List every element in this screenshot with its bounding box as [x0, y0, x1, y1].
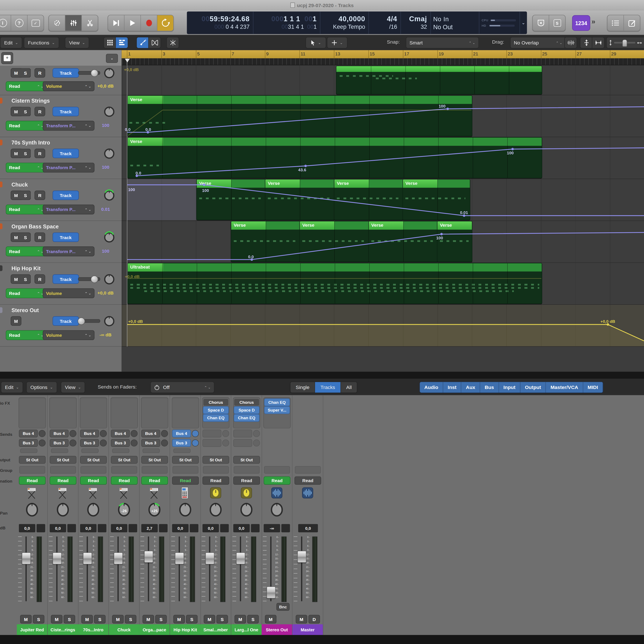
group-slot[interactable]: [173, 466, 199, 474]
vertical-zoom-button[interactable]: [580, 37, 593, 49]
automation-param-dropdown[interactable]: Volume⌃ ⌄: [43, 330, 94, 340]
pan-knob[interactable]: [238, 502, 255, 519]
grid-view-button[interactable]: [103, 37, 116, 49]
track-header-70s-synth-intro[interactable]: 70s Synth IntroMSRTrackRead⌃ ⌄Transform …: [0, 137, 122, 179]
volume-fader[interactable]: [205, 552, 214, 564]
db-value[interactable]: 0,0: [172, 524, 189, 532]
pan-knob[interactable]: [177, 502, 194, 519]
play-button[interactable]: [125, 15, 141, 31]
panel-divider[interactable]: [0, 372, 644, 379]
channel-strip-chuck[interactable]: Bus 4Bus 3St OutRead-260,00 -3 -6 -9 -12…: [109, 395, 140, 635]
channel-name[interactable]: Stereo Out: [262, 624, 292, 635]
send-knob[interactable]: [39, 430, 46, 437]
channel-strip-stereo-out[interactable]: Chan EQSuper V...Read-∞0 -3 -6 -9 -12 -1…: [262, 395, 292, 635]
fx-plugin-chan-eq[interactable]: Chan EQ: [264, 398, 290, 406]
track-on-button[interactable]: Track: [53, 191, 79, 200]
mixer-button[interactable]: [65, 15, 82, 31]
fx-plugin-space-d[interactable]: Space D: [203, 406, 229, 414]
channel-name[interactable]: Jupiter Red: [17, 624, 47, 635]
channel-strip-70s-intro[interactable]: Bus 4Bus 3St OutRead0,00 -3 -6 -9 -12 -1…: [78, 395, 109, 635]
filter-inst[interactable]: Inst: [443, 382, 461, 393]
channel-strip-master[interactable]: Read0,00 -3 -6 -9 -12 -15 -18 -21 -24 -3…: [292, 395, 323, 635]
automation-mode-button[interactable]: Read: [50, 476, 76, 485]
mute-button[interactable]: M: [51, 615, 62, 623]
record-enable-button[interactable]: R: [35, 107, 45, 116]
lcd-key[interactable]: Cmaj32: [401, 12, 431, 34]
track-on-button[interactable]: Track: [53, 274, 79, 284]
solo-button[interactable]: S: [21, 191, 31, 200]
send-bus-3[interactable]: Bus 3: [111, 439, 130, 447]
send-stub-slot[interactable]: [20, 448, 37, 453]
region-ultrabeat[interactable]: Ultrabeat: [127, 263, 542, 304]
mixer-menu-options[interactable]: Options⌄: [26, 381, 57, 393]
lcd-position[interactable]: 0001 1 1 0010031 4 1 001: [253, 12, 320, 34]
group-slot[interactable]: [234, 466, 260, 474]
output-button[interactable]: St Out: [19, 456, 46, 464]
dim-button[interactable]: D: [308, 615, 320, 623]
automation-mode-dropdown[interactable]: Read⌃ ⌄: [6, 330, 47, 340]
zoom-slider[interactable]: [614, 42, 635, 44]
audio-fx-box[interactable]: [111, 397, 138, 428]
channel-strip-jupiter-red[interactable]: Bus 4Bus 3St OutRead0,00 -3 -6 -9 -12 -1…: [17, 395, 47, 635]
record-enable-button[interactable]: R: [35, 149, 45, 158]
automation-mode-dropdown[interactable]: Read⌃ ⌄: [6, 205, 47, 214]
flex-button[interactable]: [148, 37, 161, 49]
output-button[interactable]: St Out: [172, 456, 199, 464]
track-header-organ-bass-space[interactable]: Organ Bass SpaceMSRTrackRead⌃ ⌄Transform…: [0, 221, 122, 263]
send-bus-3[interactable]: Bus 3: [172, 439, 191, 447]
playhead-marker[interactable]: [125, 59, 130, 62]
volume-slider-thumb[interactable]: [78, 317, 85, 325]
automation-mode-button[interactable]: Read: [141, 476, 168, 485]
mute-button[interactable]: M: [143, 615, 154, 623]
pan-knob[interactable]: [103, 105, 116, 118]
mute-button[interactable]: M: [11, 232, 21, 242]
pan-knob[interactable]: [103, 231, 116, 244]
solo-button[interactable]: S: [21, 149, 31, 158]
tracks-view-button[interactable]: [115, 37, 128, 49]
region-clip[interactable]: [336, 66, 542, 94]
region-verse[interactable]: Verse: [299, 221, 369, 262]
audio-fx-box[interactable]: [80, 397, 107, 428]
channel-name[interactable]: 70s...Intro: [78, 624, 109, 635]
view-mode-tracks[interactable]: Tracks: [315, 382, 341, 393]
track-header-chuck[interactable]: ChuckMSRTrackRead⌃ ⌄Transform P...⌃ ⌄0.0…: [0, 179, 122, 221]
group-slot[interactable]: [19, 466, 45, 474]
solo-lock-button[interactable]: S: [549, 15, 565, 31]
region-verse[interactable]: Verse: [231, 221, 300, 262]
db-value[interactable]: 0,0: [19, 524, 35, 532]
channel-strip-hip-hop-kit[interactable]: Bus 4Bus 3St OutRead0,00 -3 -6 -9 -12 -1…: [170, 395, 201, 635]
volume-fader[interactable]: [297, 551, 306, 563]
pan-knob[interactable]: [207, 502, 224, 519]
automation-param-dropdown[interactable]: Volume⌃ ⌄: [43, 81, 94, 91]
pan-knob[interactable]: [24, 502, 40, 519]
group-slot[interactable]: [81, 466, 106, 474]
send-knob[interactable]: [192, 430, 199, 437]
track-on-button[interactable]: Track: [53, 149, 79, 158]
automation-param-dropdown[interactable]: Transform P...⌃ ⌄: [43, 246, 94, 256]
group-slot[interactable]: [295, 466, 321, 474]
filter-bus[interactable]: Bus: [480, 382, 499, 393]
volume-slider[interactable]: [78, 319, 100, 323]
db-value[interactable]: 0,0: [298, 524, 318, 532]
solo-button[interactable]: S: [21, 68, 31, 78]
record-enable-button[interactable]: R: [35, 68, 45, 78]
view-mode-all[interactable]: All: [341, 382, 357, 393]
filter-output[interactable]: Output: [520, 382, 546, 393]
send-knob[interactable]: [69, 430, 76, 437]
channel-strip-ciste-rings[interactable]: Bus 4Bus 3St OutRead0,00 -3 -6 -9 -12 -1…: [48, 395, 78, 635]
automation-param-dropdown[interactable]: Transform P...⌃ ⌄: [43, 121, 94, 131]
go-to-end-button[interactable]: [108, 15, 125, 31]
smart-controls-button[interactable]: [49, 15, 65, 31]
lcd-display[interactable]: 0059:59:24.68000 0 4 4 2370001 1 1 00100…: [187, 12, 527, 34]
autopunch-button[interactable]: [533, 15, 549, 31]
solo-button[interactable]: S: [186, 615, 198, 623]
channel-name[interactable]: Orga...pace: [139, 624, 170, 635]
track-header-partial[interactable]: MSRTrackRead⌃ ⌄Volume⌃ ⌄+0,0 dB: [0, 66, 122, 95]
mixer-menu-view[interactable]: View⌄: [61, 381, 85, 393]
channel-strip-smal-mber[interactable]: ChorusSpace DChan EQSt OutRead0,00 -3 -6…: [200, 395, 231, 635]
send-knob[interactable]: [100, 430, 107, 437]
mute-button[interactable]: M: [112, 615, 124, 623]
send-stub-slot[interactable]: [51, 448, 68, 453]
count-in-badge[interactable]: 1234: [572, 15, 590, 31]
track-on-button[interactable]: Track: [53, 107, 79, 116]
